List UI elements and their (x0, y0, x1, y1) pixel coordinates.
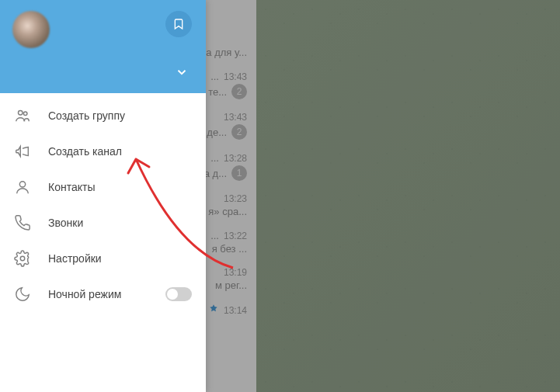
megaphone-icon (14, 143, 31, 160)
bookmark-icon (172, 18, 185, 30)
menu-label: Создать группу (48, 109, 192, 122)
chevron-down-icon (175, 65, 189, 79)
gear-icon (14, 250, 31, 267)
menu-item-calls[interactable]: Звонки (0, 205, 206, 241)
menu-label: Звонки (48, 217, 192, 229)
saved-messages-button[interactable] (165, 11, 192, 37)
menu-label: Ночной режим (48, 288, 148, 300)
menu-label: Контакты (48, 181, 192, 193)
menu-item-new-channel[interactable]: Создать канал (0, 134, 206, 169)
menu-item-night-mode[interactable]: Ночной режим (0, 276, 206, 312)
group-icon (14, 107, 31, 124)
svg-point-3 (20, 256, 25, 261)
menu-item-new-group[interactable]: Создать группу (0, 98, 206, 134)
svg-point-0 (19, 111, 23, 116)
night-mode-toggle[interactable] (165, 287, 192, 301)
avatar[interactable] (12, 11, 50, 48)
moon-icon (14, 286, 31, 303)
menu-item-contacts[interactable]: Контакты (0, 169, 206, 205)
drawer-header (0, 0, 206, 93)
phone-icon (14, 214, 31, 231)
person-icon (14, 179, 31, 196)
menu-label: Создать канал (48, 145, 192, 158)
svg-point-2 (19, 182, 25, 187)
expand-accounts-button[interactable] (175, 65, 189, 82)
side-drawer: Создать группу Создать канал Контакты Зв… (0, 0, 206, 392)
menu-item-settings[interactable]: Настройки (0, 241, 206, 276)
svg-point-1 (23, 112, 27, 116)
drawer-menu: Создать группу Создать канал Контакты Зв… (0, 93, 206, 317)
menu-label: Настройки (48, 252, 192, 265)
